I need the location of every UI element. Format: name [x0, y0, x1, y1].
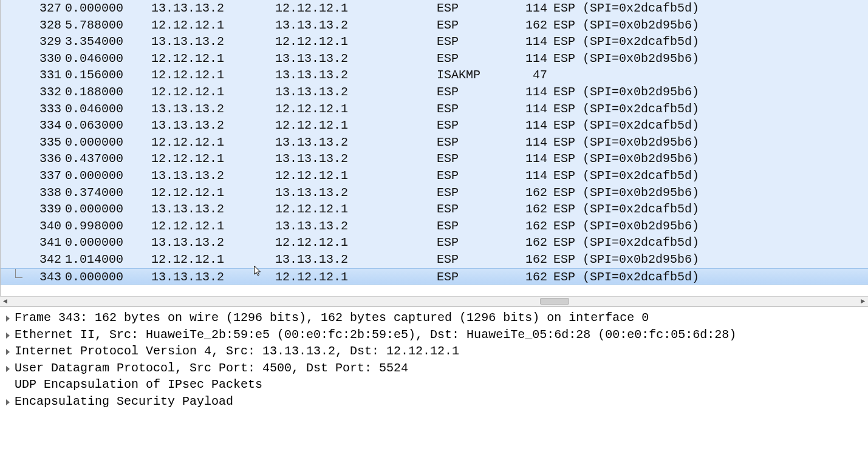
packet-source: 12.12.12.1: [134, 184, 275, 201]
packet-destination: 13.13.13.2: [275, 84, 437, 101]
packet-row[interactable]: 3370.00000013.13.13.212.12.12.1ESP114ESP…: [1, 167, 868, 184]
packet-row[interactable]: 3350.00000012.12.12.113.13.13.2ESP114ESP…: [1, 134, 868, 151]
packet-row[interactable]: 3380.37400012.12.12.113.13.13.2ESP162ESP…: [1, 184, 868, 201]
detail-line[interactable]: Internet Protocol Version 4, Src: 13.13.…: [0, 343, 868, 360]
packet-source: 12.12.12.1: [134, 134, 275, 151]
packet-protocol: ESP: [437, 101, 505, 118]
packet-info: ESP (SPI=0x2dcafb5d): [551, 167, 842, 184]
packet-protocol: ESP: [437, 218, 505, 235]
packet-no: 343: [13, 269, 61, 286]
packet-source: 12.12.12.1: [134, 17, 275, 34]
packet-row[interactable]: 3300.04600012.12.12.113.13.13.2ESP114ESP…: [1, 50, 868, 67]
packet-row[interactable]: 3410.00000013.13.13.212.12.12.1ESP162ESP…: [1, 234, 868, 251]
packet-length: 47: [505, 67, 551, 84]
packet-info: ESP (SPI=0x0b2d95b6): [551, 50, 842, 67]
packet-row[interactable]: 3320.18800012.12.12.113.13.13.2ESP114ESP…: [1, 84, 868, 101]
packet-info: ESP (SPI=0x0b2d95b6): [551, 184, 842, 201]
packet-destination: 13.13.13.2: [275, 67, 437, 84]
packet-length: 162: [505, 184, 551, 201]
packet-row[interactable]: 3390.00000013.13.13.212.12.12.1ESP162ESP…: [1, 201, 868, 218]
packet-row[interactable]: 3270.00000013.13.13.212.12.12.1ESP114ESP…: [1, 0, 868, 17]
packet-row[interactable]: 3360.43700012.12.12.113.13.13.2ESP114ESP…: [1, 150, 868, 167]
packet-info: ESP (SPI=0x0b2d95b6): [551, 17, 842, 34]
packet-time: 0.046000: [61, 50, 134, 67]
packet-details-pane[interactable]: Frame 343: 162 bytes on wire (1296 bits)…: [0, 306, 868, 463]
detail-line[interactable]: User Datagram Protocol, Src Port: 4500, …: [0, 360, 868, 377]
packet-info: ESP (SPI=0x2dcafb5d): [551, 0, 842, 17]
detail-line[interactable]: UDP Encapsulation of IPsec Packets: [0, 376, 868, 393]
packet-time: 3.354000: [61, 33, 134, 50]
packet-row[interactable]: 3330.04600013.13.13.212.12.12.1ESP114ESP…: [1, 101, 868, 118]
packet-source: 13.13.13.2: [134, 234, 275, 251]
packet-protocol: ESP: [437, 269, 505, 286]
packet-row[interactable]: 3293.35400013.13.13.212.12.12.1ESP114ESP…: [1, 33, 868, 50]
packet-row[interactable]: 3310.15600012.12.12.113.13.13.2ISAKMP47: [1, 67, 868, 84]
scroll-track[interactable]: [10, 297, 858, 306]
packet-destination: 12.12.12.1: [275, 201, 437, 218]
packet-row[interactable]: 3400.99800012.12.12.113.13.13.2ESP162ESP…: [1, 218, 868, 235]
packet-row[interactable]: 3340.06300013.13.13.212.12.12.1ESP114ESP…: [1, 117, 868, 134]
packet-protocol: ESP: [437, 84, 505, 101]
packet-protocol: ESP: [437, 150, 505, 167]
packet-row[interactable]: 3421.01400012.12.12.113.13.13.2ESP162ESP…: [1, 251, 868, 268]
packet-info: ESP (SPI=0x2dcafb5d): [551, 201, 842, 218]
scroll-right-arrow-icon[interactable]: ►: [858, 297, 868, 306]
packet-length: 114: [505, 33, 551, 50]
packet-source: 12.12.12.1: [134, 150, 275, 167]
packet-time: 5.788000: [61, 17, 134, 34]
packet-source: 13.13.13.2: [134, 101, 275, 118]
packet-info: ESP (SPI=0x2dcafb5d): [551, 33, 842, 50]
packet-no: 330: [13, 50, 61, 67]
packet-time: 0.000000: [61, 167, 134, 184]
packet-time: 0.188000: [61, 84, 134, 101]
packet-destination: 12.12.12.1: [275, 269, 437, 286]
packet-length: 162: [505, 201, 551, 218]
packet-destination: 12.12.12.1: [275, 33, 437, 50]
packet-destination: 13.13.13.2: [275, 134, 437, 151]
packet-info: ESP (SPI=0x2dcafb5d): [551, 269, 842, 286]
detail-line[interactable]: Ethernet II, Src: HuaweiTe_2b:59:e5 (00:…: [0, 326, 868, 343]
packet-source: 12.12.12.1: [134, 67, 275, 84]
packet-length: 162: [505, 218, 551, 235]
packet-row[interactable]: 3285.78800012.12.12.113.13.13.2ESP162ESP…: [1, 17, 868, 34]
packet-destination: 12.12.12.1: [275, 234, 437, 251]
packet-time: 0.063000: [61, 117, 134, 134]
packet-time: 0.437000: [61, 150, 134, 167]
packet-protocol: ESP: [437, 234, 505, 251]
packet-length: 114: [505, 0, 551, 17]
packet-list-pane[interactable]: 3270.00000013.13.13.212.12.12.1ESP114ESP…: [0, 0, 868, 296]
packet-source: 12.12.12.1: [134, 251, 275, 268]
packet-source: 13.13.13.2: [134, 0, 275, 17]
scroll-left-arrow-icon[interactable]: ◄: [0, 297, 10, 306]
packet-source: 13.13.13.2: [134, 201, 275, 218]
detail-line[interactable]: Frame 343: 162 bytes on wire (1296 bits)…: [0, 309, 868, 326]
packet-no: 337: [13, 167, 61, 184]
detail-line[interactable]: Encapsulating Security Payload: [0, 393, 868, 410]
packet-no: 341: [13, 234, 61, 251]
packet-time: 1.014000: [61, 251, 134, 268]
packet-info: ESP (SPI=0x2dcafb5d): [551, 101, 842, 118]
packet-length: 162: [505, 234, 551, 251]
packet-protocol: ESP: [437, 167, 505, 184]
packet-protocol: ESP: [437, 33, 505, 50]
packet-no: 332: [13, 84, 61, 101]
scroll-thumb[interactable]: [540, 298, 569, 305]
packet-source: 12.12.12.1: [134, 84, 275, 101]
horizontal-scrollbar[interactable]: ◄ ►: [0, 296, 868, 306]
packet-row[interactable]: 3430.00000013.13.13.212.12.12.1ESP162ESP…: [1, 268, 868, 285]
packet-length: 114: [505, 117, 551, 134]
packet-destination: 13.13.13.2: [275, 17, 437, 34]
packet-no: 327: [13, 0, 61, 17]
packet-time: 0.000000: [61, 134, 134, 151]
packet-no: 340: [13, 218, 61, 235]
packet-no: 328: [13, 17, 61, 34]
packet-info: ESP (SPI=0x0b2d95b6): [551, 218, 842, 235]
packet-info: ESP (SPI=0x2dcafb5d): [551, 234, 842, 251]
packet-no: 336: [13, 150, 61, 167]
packet-protocol: ESP: [437, 251, 505, 268]
packet-no: 338: [13, 184, 61, 201]
packet-source: 13.13.13.2: [134, 269, 275, 286]
packet-destination: 13.13.13.2: [275, 184, 437, 201]
packet-info: ESP (SPI=0x0b2d95b6): [551, 150, 842, 167]
packet-source: 13.13.13.2: [134, 33, 275, 50]
